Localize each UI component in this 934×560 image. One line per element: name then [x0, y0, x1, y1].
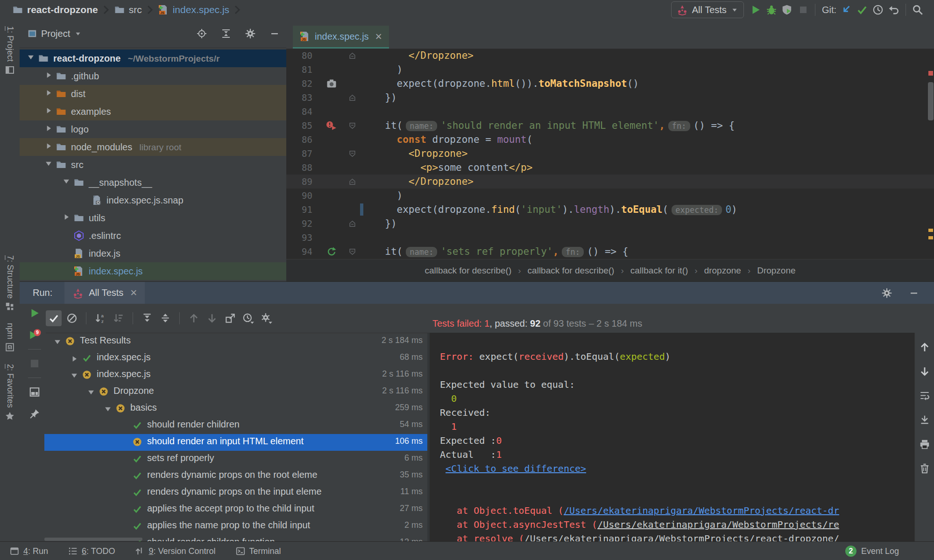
rerun-failed-button[interactable]: 9 — [27, 327, 42, 343]
editor-scrollbar[interactable] — [927, 49, 934, 259]
code-text[interactable]: <Dropzone> — [373, 147, 467, 161]
test-tree-row[interactable]: applies the name prop to the child input… — [44, 518, 427, 535]
minimize-button[interactable] — [267, 26, 283, 42]
run-tab-all-tests[interactable]: All Tests ✕ — [64, 282, 145, 304]
code-line[interactable]: 92 }) — [286, 217, 934, 231]
chevron-expanded-icon[interactable] — [86, 388, 96, 399]
project-tree-row[interactable]: JSindex.js — [20, 245, 286, 262]
code-text[interactable]: ) — [373, 63, 403, 77]
console-link[interactable]: /Users/ekaterinaprigara/WebstormProjects… — [597, 519, 839, 530]
chevron-expanded-icon[interactable] — [26, 53, 35, 64]
code-line[interactable]: 87 <Dropzone> — [286, 147, 934, 161]
code-text[interactable]: expect(dropzone.find('input').length).to… — [373, 203, 737, 217]
project-view-select[interactable]: Project — [20, 28, 82, 39]
project-tree-row[interactable]: react-dropzone ~/WebstormProjects/r — [20, 49, 286, 67]
softwrap-button[interactable] — [917, 388, 933, 404]
event-log-widget[interactable]: 2 Event Log — [845, 546, 899, 557]
test-tree-row[interactable]: index.spec.js2 s 116 ms — [44, 367, 427, 384]
code-text[interactable]: expect(dropzone.html()).toMatchSnapshot(… — [373, 77, 639, 91]
chevron-collapsed-icon[interactable] — [44, 141, 53, 153]
chevron-expanded-icon[interactable] — [62, 177, 71, 189]
code-line[interactable]: 88 <p>some content</p> — [286, 161, 934, 175]
test-error-icon[interactable] — [325, 120, 338, 131]
history-clock-button[interactable] — [870, 2, 886, 18]
close-icon[interactable]: ✕ — [130, 287, 137, 298]
chevron-collapsed-icon[interactable] — [44, 106, 53, 118]
editor-breadcrumb-item[interactable]: callback for it() — [630, 266, 688, 276]
code-text[interactable]: }) — [373, 217, 397, 231]
code-line[interactable]: 93 — [286, 231, 934, 245]
minimize-button[interactable] — [906, 285, 922, 301]
chevron-collapsed-icon[interactable] — [44, 124, 53, 135]
project-tree-row[interactable]: JSindex.spec.js — [20, 262, 286, 280]
sort-az-button[interactable]: az — [92, 310, 108, 326]
fold-marker-icon[interactable] — [348, 51, 356, 60]
fold-marker-icon[interactable] — [348, 149, 356, 158]
chevron-collapsed-icon[interactable] — [44, 88, 53, 100]
code-text[interactable]: ) — [373, 189, 403, 203]
export-button[interactable] — [222, 310, 238, 326]
code-text[interactable]: const dropzone = mount( — [373, 133, 532, 147]
status-bar-4-run[interactable]: 4: Run — [9, 546, 48, 556]
tool-stripe-7-structure[interactable]: 7: Structure — [0, 255, 20, 312]
code-editor[interactable]: 80 </Dropzone>81 )82 expect(dropzone.htm… — [286, 49, 934, 259]
layout-button[interactable] — [27, 384, 42, 400]
project-tree-row[interactable]: index.spec.js.snap — [20, 191, 286, 209]
rollback-button[interactable] — [886, 2, 902, 18]
tool-stripe-2-favorites[interactable]: 2: Favorites — [0, 364, 20, 422]
chevron-expanded-icon[interactable] — [103, 405, 113, 416]
scrollend-button[interactable] — [917, 412, 933, 428]
editor-breadcrumb-item[interactable]: dropzone — [704, 266, 741, 276]
collapse-panel-button[interactable] — [218, 26, 234, 42]
code-line[interactable]: 91 expect(dropzone.find('input').length)… — [286, 203, 934, 217]
project-tree-row[interactable]: .eslintrc — [20, 227, 286, 245]
test-tree-row[interactable]: should render children54 ms — [44, 417, 427, 434]
code-line[interactable]: 82 expect(dropzone.html()).toMatchSnapsh… — [286, 77, 934, 91]
status-bar-9-version-control[interactable]: 9: Version Control — [134, 546, 215, 556]
test-tree-row[interactable]: Dropzone2 s 116 ms — [44, 384, 427, 400]
arrow-down-w-button[interactable] — [917, 364, 933, 379]
project-tree-row[interactable]: dist — [20, 85, 286, 103]
project-tree-row[interactable]: .github — [20, 67, 286, 85]
test-tree-row[interactable]: should render an input HTML element106 m… — [44, 434, 427, 451]
coverage-button[interactable] — [779, 2, 795, 18]
code-text[interactable]: </Dropzone> — [373, 175, 474, 189]
warning-stripe-mark[interactable] — [928, 229, 933, 232]
test-console-output[interactable]: Error: expect(received).toEqual(expected… — [430, 333, 914, 542]
gear-button[interactable] — [242, 26, 258, 42]
chevron-collapsed-icon[interactable] — [62, 212, 71, 224]
tree-horizontal-scrollbar[interactable] — [44, 538, 427, 541]
chevron-collapsed-icon[interactable] — [44, 70, 53, 82]
arrow-up-button[interactable] — [186, 310, 202, 326]
chevron-collapsed-icon[interactable] — [70, 354, 79, 366]
project-tree-row[interactable]: src — [20, 156, 286, 174]
code-line[interactable]: 84 — [286, 105, 934, 119]
close-icon[interactable]: ✕ — [375, 31, 382, 42]
project-tree-row[interactable]: __snapshots__ — [20, 174, 286, 191]
editor-tab-index-spec-js[interactable]: JS index.spec.js ✕ — [293, 26, 389, 49]
cancel-button[interactable] — [64, 310, 80, 326]
play-button[interactable] — [27, 305, 42, 321]
chevron-expanded-icon[interactable] — [53, 337, 62, 349]
test-tree-row[interactable]: applies the accept prop to the child inp… — [44, 501, 427, 518]
rerun-icon[interactable] — [325, 246, 338, 257]
error-stripe-mark[interactable] — [928, 71, 933, 76]
printer-button[interactable] — [917, 436, 933, 452]
commit-button[interactable] — [854, 2, 870, 18]
project-tree-row[interactable]: examples — [20, 103, 286, 120]
run-configuration-select[interactable]: All Tests — [671, 1, 744, 18]
scrollbar-thumb[interactable] — [928, 82, 934, 120]
fold-marker-icon[interactable] — [348, 219, 356, 228]
console-link[interactable]: <Click to see difference> — [446, 463, 586, 474]
stop-big-button[interactable] — [27, 356, 42, 371]
test-tree-row[interactable]: sets ref properly6 ms — [44, 451, 427, 468]
code-line[interactable]: 83 }) — [286, 91, 934, 105]
code-text[interactable]: it(name:'should render an input HTML ele… — [373, 119, 735, 133]
project-tree-row[interactable]: node_modules library root — [20, 138, 286, 156]
test-tree-row[interactable]: renders dynamic props on the root eleme3… — [44, 468, 427, 484]
stop-button[interactable] — [795, 2, 811, 18]
expand-all-button[interactable] — [139, 310, 155, 326]
collapse-all-button[interactable] — [157, 310, 173, 326]
git-update-button[interactable] — [838, 2, 854, 18]
code-text[interactable]: </Dropzone> — [373, 49, 474, 63]
